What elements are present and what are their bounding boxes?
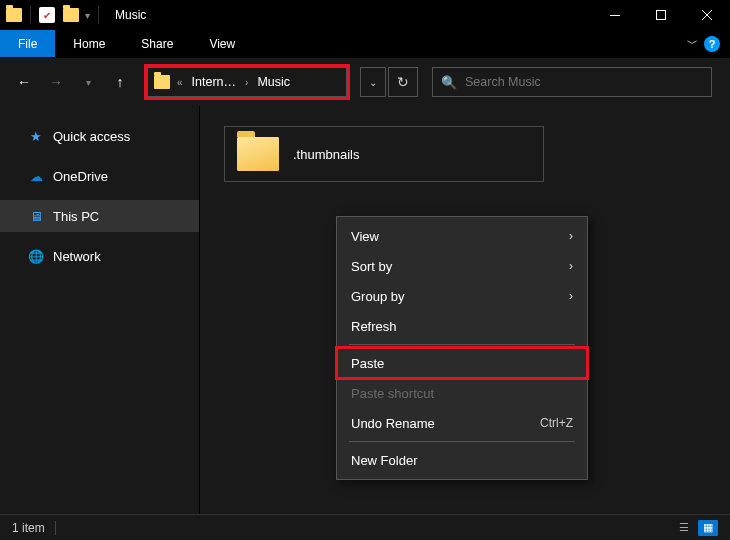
dropdown-icon[interactable]: ▾	[85, 10, 90, 21]
svg-rect-1	[657, 11, 666, 20]
maximize-button[interactable]	[638, 0, 684, 30]
menu-label: Undo Rename	[351, 416, 435, 431]
menu-separator	[349, 441, 575, 442]
ribbon-tab-share[interactable]: Share	[123, 30, 191, 57]
navigation-pane: ★ Quick access ☁ OneDrive 🖥 This PC 🌐 Ne…	[0, 106, 200, 514]
title-bar: ✔ ▾ Music	[0, 0, 730, 30]
context-menu: View › Sort by › Group by › Refresh Past…	[336, 216, 588, 480]
context-menu-paste-shortcut: Paste shortcut	[337, 378, 587, 408]
svg-rect-0	[610, 15, 620, 16]
app-icon	[6, 8, 22, 22]
sidebar-item-quick-access[interactable]: ★ Quick access	[0, 120, 199, 152]
context-menu-group-by[interactable]: Group by ›	[337, 281, 587, 311]
window-controls	[592, 0, 730, 30]
separator	[55, 521, 56, 535]
ribbon: File Home Share View ﹀ ?	[0, 30, 730, 58]
status-text: 1 item	[12, 521, 45, 535]
context-menu-sort-by[interactable]: Sort by ›	[337, 251, 587, 281]
title-bar-left: ✔ ▾ Music	[0, 6, 146, 24]
context-menu-undo-rename[interactable]: Undo Rename Ctrl+Z	[337, 408, 587, 438]
menu-label: Paste shortcut	[351, 386, 434, 401]
menu-label: View	[351, 229, 379, 244]
menu-shortcut: Ctrl+Z	[540, 416, 573, 430]
chevron-right-icon: ›	[569, 289, 573, 303]
back-button[interactable]: ←	[10, 68, 38, 96]
sidebar-item-onedrive[interactable]: ☁ OneDrive	[0, 160, 199, 192]
refresh-button[interactable]: ↻	[388, 67, 418, 97]
sidebar-item-this-pc[interactable]: 🖥 This PC	[0, 200, 199, 232]
breadcrumb-overflow[interactable]: «	[174, 77, 186, 88]
quick-access-toolbar-icon[interactable]: ✔	[39, 7, 55, 23]
separator	[98, 6, 99, 24]
context-menu-paste[interactable]: Paste	[337, 348, 587, 378]
folder-icon	[154, 75, 170, 89]
address-bar[interactable]: « Intern… › Music	[147, 67, 347, 97]
folder-icon	[237, 137, 279, 171]
address-history-button[interactable]: ⌄	[360, 67, 386, 97]
folder-icon	[63, 8, 79, 22]
separator	[30, 6, 31, 24]
menu-label: Refresh	[351, 319, 397, 334]
search-icon: 🔍	[441, 75, 457, 90]
globe-icon: 🌐	[28, 248, 44, 264]
search-box[interactable]: 🔍	[432, 67, 712, 97]
up-button[interactable]: ↑	[106, 68, 134, 96]
chevron-right-icon: ›	[569, 259, 573, 273]
forward-button[interactable]: →	[42, 68, 70, 96]
cloud-icon: ☁	[28, 168, 44, 184]
search-input[interactable]	[465, 75, 703, 89]
context-menu-refresh[interactable]: Refresh	[337, 311, 587, 341]
folder-item[interactable]: .thumbnails	[224, 126, 544, 182]
ribbon-tab-home[interactable]: Home	[55, 30, 123, 57]
minimize-button[interactable]	[592, 0, 638, 30]
monitor-icon: 🖥	[28, 208, 44, 224]
close-button[interactable]	[684, 0, 730, 30]
breadcrumb-segment[interactable]: Intern…	[190, 75, 238, 89]
sidebar-item-label: Quick access	[53, 129, 130, 144]
ribbon-collapse-icon[interactable]: ﹀	[687, 36, 698, 51]
item-name: .thumbnails	[293, 147, 359, 162]
menu-separator	[349, 344, 575, 345]
status-bar: 1 item ☰ ▦	[0, 514, 730, 540]
ribbon-tab-view[interactable]: View	[191, 30, 253, 57]
menu-label: Paste	[351, 356, 384, 371]
window-title: Music	[115, 8, 146, 22]
help-button[interactable]: ?	[704, 36, 720, 52]
sidebar-item-label: Network	[53, 249, 101, 264]
context-menu-new-folder[interactable]: New Folder	[337, 445, 587, 475]
menu-label: Sort by	[351, 259, 392, 274]
menu-label: Group by	[351, 289, 404, 304]
file-menu[interactable]: File	[0, 30, 55, 57]
menu-label: New Folder	[351, 453, 417, 468]
chevron-right-icon: ›	[569, 229, 573, 243]
address-bar-highlight: « Intern… › Music	[144, 64, 350, 100]
large-icons-view-button[interactable]: ▦	[698, 520, 718, 536]
breadcrumb-segment[interactable]: Music	[255, 75, 292, 89]
sidebar-item-network[interactable]: 🌐 Network	[0, 240, 199, 272]
details-view-button[interactable]: ☰	[674, 520, 694, 536]
chevron-right-icon[interactable]: ›	[242, 77, 251, 88]
context-menu-view[interactable]: View ›	[337, 221, 587, 251]
star-icon: ★	[28, 128, 44, 144]
sidebar-item-label: This PC	[53, 209, 99, 224]
navigation-bar: ← → ▾ ↑ « Intern… › Music ⌄ ↻ 🔍	[0, 58, 730, 106]
sidebar-item-label: OneDrive	[53, 169, 108, 184]
recent-locations-button[interactable]: ▾	[74, 68, 102, 96]
